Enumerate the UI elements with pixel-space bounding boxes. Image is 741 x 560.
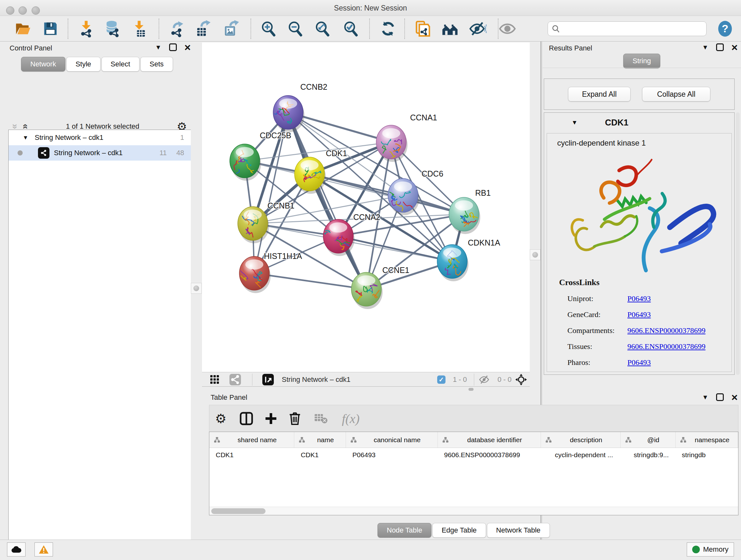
first-neighbors-icon[interactable] [441,20,459,38]
crosslink-link[interactable]: 9606.ENSP00000378699 [627,326,705,335]
open-file-icon[interactable] [14,20,31,38]
tab-string[interactable]: String [623,54,660,68]
control-panel-float-icon[interactable]: ▼ [155,44,161,51]
apply-layout-icon[interactable] [379,20,397,38]
duplicate-network-icon[interactable] [413,20,431,38]
tab-style[interactable]: Style [66,57,100,71]
tab-network-table[interactable]: Network Table [487,523,550,538]
left-splitter-handle[interactable] [191,283,202,294]
network-node-HIST1H1A[interactable]: HIST1H1A [238,252,302,293]
tab-edge-table[interactable]: Edge Table [432,523,486,538]
column-header-shared-name[interactable]: shared name [209,432,294,448]
table-horizontal-scrollbar[interactable] [209,507,738,515]
results-panel-float-icon[interactable]: ▼ [702,44,709,51]
left-splitter[interactable] [191,42,202,540]
zoom-selected-icon[interactable] [342,20,360,38]
tab-sets[interactable]: Sets [140,57,173,71]
protein-collapse-icon[interactable]: ▼ [571,119,578,126]
birds-eye-view-icon[interactable] [261,372,275,387]
column-header-name[interactable]: name [294,432,346,448]
crosslink-link[interactable]: P06493 [627,310,651,319]
export-network-icon[interactable] [169,20,186,38]
crosslink-row: GeneCard:P06493 [567,307,727,322]
results-panel-close-icon[interactable]: × [731,44,738,51]
right-splitter-handle[interactable] [530,249,541,260]
grid-view-icon[interactable] [208,372,222,387]
network-node-RB1[interactable]: RB1 [449,188,491,234]
crosslink-link[interactable]: P06493 [627,358,651,367]
column-header-canonical-name[interactable]: canonical name [346,432,437,448]
table-row[interactable]: CDK1CDK1P064939606.ENSP00000378699cyclin… [209,448,738,462]
delete-column-icon[interactable] [286,410,304,428]
control-panel-close-icon[interactable]: × [185,44,191,51]
control-panel-tabs: NetworkStyleSelectSets [21,57,173,71]
tab-select[interactable]: Select [102,57,139,71]
table-panel-maximize-icon[interactable] [716,393,724,401]
table-cell[interactable]: P06493 [346,448,437,462]
table-cell[interactable]: stringdb:9... [621,448,676,462]
results-scrollbar[interactable] [736,112,740,375]
collapse-all-button[interactable]: Collapse All [642,87,711,102]
crosslink-link[interactable]: 9606.ENSP00000378699 [627,342,705,351]
cloud-status-button[interactable] [7,543,25,557]
horizontal-splitter[interactable] [202,387,530,391]
toolbar-separator [158,18,159,39]
network-canvas[interactable]: CCNB2CCNA1CDC25BCDK1CDC6RB1CCNB1CCNA2CDK… [202,43,530,372]
export-image-icon[interactable] [222,20,240,38]
scrollbar-thumb[interactable] [211,508,266,514]
expand-all-button[interactable]: Expand All [568,87,630,102]
memory-button[interactable]: Memory [687,543,734,557]
column-header-@id[interactable]: @id [621,432,676,448]
protein-section-header[interactable]: ▼ CDK1 [544,113,734,132]
add-column-icon[interactable] [262,410,280,428]
tab-node-table[interactable]: Node Table [378,523,431,538]
collection-expand-icon[interactable]: ▼ [23,134,28,141]
import-network-icon[interactable] [77,20,95,38]
tab-network[interactable]: Network [21,57,65,71]
zoom-fit-icon[interactable] [313,20,331,38]
table-cell[interactable]: stringdb [676,448,738,462]
table-cell[interactable]: 9606.ENSP00000378699 [437,448,541,462]
hidden-eye-icon[interactable] [476,372,492,387]
column-header-description[interactable]: description [541,432,621,448]
import-network-from-database-icon[interactable] [104,20,121,38]
network-node-CDKN1A[interactable]: CDKN1A [437,238,500,281]
zoom-out-icon[interactable] [286,20,304,38]
table-cell[interactable]: CDK1 [294,448,346,462]
warning-status-button[interactable] [35,543,53,557]
collapse-all-networks-icon[interactable]: « [20,124,31,129]
show-all-icon[interactable] [498,20,516,38]
network-share-icon[interactable] [228,372,242,387]
zoom-in-icon[interactable] [259,20,277,38]
search-input[interactable] [563,24,702,33]
results-panel-maximize-icon[interactable] [716,44,724,51]
delete-table-icon[interactable] [312,410,330,428]
table-settings-gear-icon[interactable]: ⚙ [212,410,230,428]
expand-all-networks-icon[interactable]: » [10,124,21,129]
column-header-database-identifier[interactable]: database identifier [438,432,541,448]
crosslink-link[interactable]: P06493 [627,294,651,303]
network-row[interactable]: String Network – cdk1 11 48 [9,145,191,161]
help-button[interactable]: ? [717,20,733,38]
network-collection-row[interactable]: ▼ String Network – cdk1 1 [9,130,191,145]
show-columns-icon[interactable] [238,410,255,428]
control-panel-maximize-icon[interactable] [169,44,177,51]
network-node-CCNB2[interactable]: CCNB2 [272,82,327,132]
export-table-icon[interactable] [194,20,212,38]
network-node-CCNA1[interactable]: CCNA1 [376,113,437,162]
network-node-CCNE1[interactable]: CCNE1 [351,266,409,309]
selected-checkbox[interactable]: ✓ [435,372,448,387]
table-panel-float-icon[interactable]: ▼ [702,394,709,401]
network-node-CDC6[interactable]: CDC6 [384,169,444,215]
save-session-icon[interactable] [42,20,59,38]
column-header-namespace[interactable]: namespace [676,432,738,448]
function-builder-icon[interactable]: f(x) [336,410,365,428]
table-cell[interactable]: CDK1 [209,448,294,462]
hide-selected-icon[interactable] [469,20,487,38]
import-table-icon[interactable] [130,20,148,38]
table-panel-close-icon[interactable]: × [731,393,738,401]
fit-selected-crosshair-icon[interactable] [514,372,529,387]
table-cell[interactable]: cyclin-dependent ... [541,448,621,462]
horizontal-splitter-handle[interactable] [468,388,474,391]
network-graph[interactable]: CCNB2CCNA1CDC25BCDK1CDC6RB1CCNB1CCNA2CDK… [202,43,530,372]
